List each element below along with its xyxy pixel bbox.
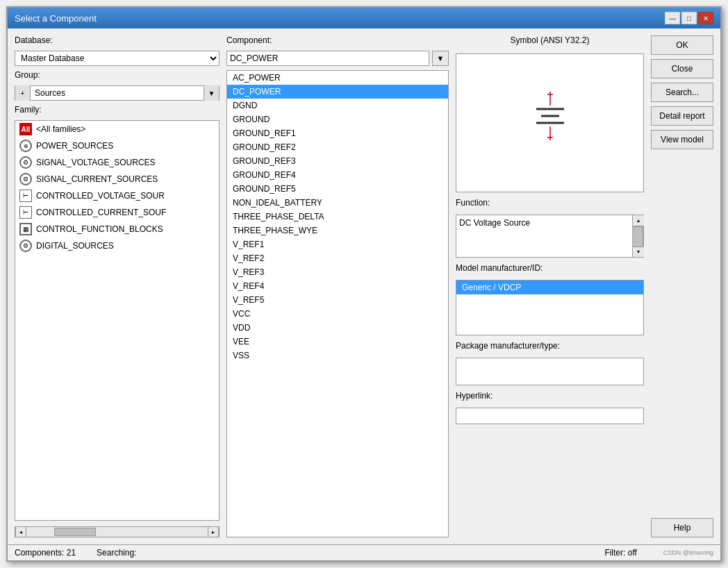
package-manufacturer-list[interactable] (456, 358, 644, 385)
comp-item[interactable]: GROUND_REF2 (227, 140, 448, 154)
database-dropdown-row: Master Database (15, 51, 220, 66)
family-item-digital-sources[interactable]: ⚙ DIGITAL_SOURCES (15, 237, 219, 254)
view-model-button[interactable]: View model (651, 130, 713, 149)
function-text-area: DC Voltage Source ▴ ▾ (456, 215, 644, 258)
comp-item[interactable]: VSS (227, 349, 448, 362)
control-function-icon: ▦ (19, 223, 32, 235)
group-label: Group: (15, 70, 220, 80)
function-value: DC Voltage Source (456, 215, 632, 257)
comp-item[interactable]: GROUND (227, 112, 448, 126)
family-label: Family: (15, 105, 220, 115)
family-label-signal-current: SIGNAL_CURRENT_SOURCES (36, 174, 158, 184)
comp-item[interactable]: THREE_PHASE_DELTA (227, 210, 448, 224)
signal-current-icon: ⚙ (19, 173, 32, 185)
maximize-button[interactable]: □ (681, 12, 697, 24)
comp-item[interactable]: V_REF1 (227, 237, 448, 251)
group-value: Sources (31, 88, 204, 98)
scroll-thumb[interactable] (54, 528, 96, 536)
status-components: Components: 21 (15, 548, 76, 558)
family-list[interactable]: All <All families> ⊕ POWER_SOURCES ⚙ SIG… (15, 120, 220, 521)
dialog-title: Select a Component (15, 13, 97, 24)
family-item-all[interactable]: All <All families> (15, 121, 219, 137)
component-list[interactable]: AC_POWERDC_POWERDGNDGROUNDGROUND_REF1GRO… (226, 70, 449, 537)
comp-item[interactable]: VDD (227, 321, 448, 335)
comp-item[interactable]: V_REF2 (227, 251, 448, 265)
family-item-power-sources[interactable]: ⊕ POWER_SOURCES (15, 137, 219, 154)
select-component-dialog: Select a Component — □ ✕ Database: Maste… (6, 6, 722, 562)
manufacturer-item-generic[interactable]: Generic / VDCP (456, 281, 643, 294)
comp-item[interactable]: GROUND_REF4 (227, 168, 448, 182)
function-scrollbar[interactable]: ▴ ▾ (632, 215, 643, 257)
function-label: Function: (456, 198, 644, 208)
comp-item[interactable]: DGND (227, 99, 448, 112)
comp-item[interactable]: NON_IDEAL_BATTERY (227, 196, 448, 210)
comp-item[interactable]: GROUND_REF1 (227, 126, 448, 140)
button-group: OK Close Search... Detail report View mo… (651, 35, 713, 537)
component-label: Component: (226, 35, 449, 45)
signal-voltage-icon: ⚙ (19, 156, 32, 169)
controlled-current-icon: ⊢ (19, 206, 32, 219)
family-item-signal-voltage[interactable]: ⚙ SIGNAL_VOLTAGE_SOURCES (15, 154, 219, 171)
comp-item[interactable]: AC_POWER (227, 71, 448, 85)
detail-report-button[interactable]: Detail report (651, 106, 713, 126)
dialog-body: Database: Master Database Group: + Sourc… (8, 28, 720, 544)
family-label-controlled-current: CONTROLLED_CURRENT_SOUF (36, 208, 166, 217)
comp-item[interactable]: VEE (227, 335, 448, 349)
comp-item[interactable]: THREE_PHASE_WYE (227, 224, 448, 237)
group-dropdown-group: + Sources ▼ (15, 85, 220, 101)
ok-button[interactable]: OK (651, 35, 713, 55)
middle-panel: Component: ▼ AC_POWERDC_POWERDGNDGROUNDG… (226, 35, 449, 537)
group-dropdown-arrow[interactable]: ▼ (204, 85, 219, 101)
component-search-input[interactable] (226, 51, 429, 66)
comp-item[interactable]: GROUND_REF3 (227, 154, 448, 168)
title-bar-controls: — □ ✕ (665, 12, 713, 24)
family-item-controlled-current[interactable]: ⊢ CONTROLLED_CURRENT_SOUF (15, 204, 219, 221)
hyperlink-label: Hyperlink: (456, 391, 644, 401)
family-label-digital: DIGITAL_SOURCES (36, 241, 114, 251)
filter-button[interactable]: ▼ (432, 51, 449, 66)
all-icon: All (19, 123, 32, 135)
scroll-track[interactable] (26, 527, 208, 537)
scroll-track-v[interactable] (633, 226, 643, 246)
comp-item[interactable]: VCC (227, 307, 448, 321)
symbol-column: Symbol (ANSI Y32.2) (456, 35, 644, 537)
power-sources-icon: ⊕ (19, 140, 32, 152)
comp-item[interactable]: V_REF4 (227, 279, 448, 293)
help-button[interactable]: Help (651, 518, 713, 537)
database-label: Database: (15, 35, 220, 45)
family-item-controlled-voltage[interactable]: ⊢ CONTROLLED_VOLTAGE_SOUR (15, 187, 219, 204)
scroll-thumb-v[interactable] (634, 226, 643, 247)
family-item-control-function[interactable]: ▦ CONTROL_FUNCTION_BLOCKS (15, 221, 219, 237)
digital-sources-icon: ⚙ (19, 240, 32, 252)
scroll-right-btn[interactable]: ▸ (208, 526, 219, 537)
comp-item[interactable]: GROUND_REF5 (227, 182, 448, 196)
close-title-button[interactable]: ✕ (698, 12, 713, 24)
family-label-signal-voltage: SIGNAL_VOLTAGE_SOURCES (36, 158, 156, 167)
status-filter: Filter: off (604, 548, 636, 558)
search-button[interactable]: Search... (651, 83, 713, 102)
model-manufacturer-label: Model manufacturer/ID: (456, 263, 644, 273)
family-scrollbar-h[interactable]: ◂ ▸ (15, 526, 220, 537)
symbol-title: Symbol (ANSI Y32.2) (456, 35, 644, 45)
comp-item[interactable]: V_REF5 (227, 293, 448, 307)
close-button[interactable]: Close (651, 59, 713, 78)
scroll-left-btn[interactable]: ◂ (15, 526, 26, 537)
watermark: CSDN @timerring (663, 549, 713, 556)
scroll-up-btn[interactable]: ▴ (633, 215, 644, 226)
manufacturer-list[interactable]: Generic / VDCP (456, 280, 644, 335)
title-bar: Select a Component — □ ✕ (8, 8, 720, 28)
scroll-down-btn[interactable]: ▾ (633, 246, 644, 257)
comp-item[interactable]: DC_POWER (227, 85, 448, 99)
hyperlink-input[interactable] (456, 408, 644, 424)
group-add-icon[interactable]: + (15, 85, 31, 101)
minimize-button[interactable]: — (665, 12, 680, 24)
family-item-signal-current[interactable]: ⚙ SIGNAL_CURRENT_SOURCES (15, 171, 219, 187)
family-label-power: POWER_SOURCES (36, 141, 113, 151)
package-manufacturer-label: Package manufacturer/type: (456, 341, 644, 351)
status-bar: Components: 21 Searching: Filter: off CS… (8, 544, 720, 560)
controlled-voltage-icon: ⊢ (19, 190, 32, 202)
left-panel: Database: Master Database Group: + Sourc… (15, 35, 220, 537)
comp-item[interactable]: V_REF3 (227, 265, 448, 279)
database-dropdown[interactable]: Master Database (15, 51, 220, 66)
battery-symbol-svg (522, 85, 578, 161)
